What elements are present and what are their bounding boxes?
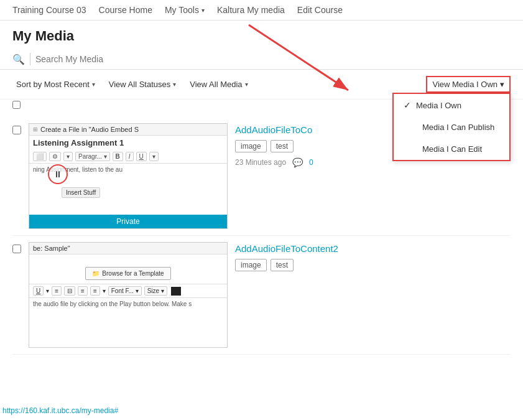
status-chevron-icon: ▾ bbox=[173, 81, 176, 88]
filter-bar: Sort by Most Recent ▾ View All Statuses … bbox=[0, 70, 523, 100]
thumb1-title: ⊞ Create a File in "Audio Embed S bbox=[29, 124, 227, 136]
nav-my-tools-label: My Tools bbox=[165, 5, 199, 15]
media-chevron-icon: ▾ bbox=[245, 81, 248, 88]
toolbar-gear-btn[interactable]: ⚙ bbox=[49, 152, 61, 161]
tag-image-2[interactable]: image bbox=[235, 259, 267, 271]
search-divider bbox=[30, 53, 30, 65]
view-media-chevron-icon: ▾ bbox=[500, 80, 504, 89]
search-icon: 🔍 bbox=[12, 54, 25, 65]
browse-template-btn[interactable]: 📁 Browse for a Template bbox=[85, 267, 170, 280]
nav-edit-course[interactable]: Edit Course bbox=[297, 5, 343, 15]
menu-item-media-i-own[interactable]: ✓ Media I Own bbox=[394, 94, 509, 116]
select-all-checkbox[interactable] bbox=[12, 101, 21, 109]
tb2-underline-btn[interactable]: U bbox=[33, 286, 44, 296]
menu-item-label-2: Media I Can Publish bbox=[422, 123, 494, 132]
media-item-2-checkbox[interactable] bbox=[12, 245, 21, 253]
toolbar-paragr-btn[interactable]: Paragr... ▾ bbox=[75, 152, 110, 161]
browse-btn-label: Browse for a Template bbox=[102, 270, 164, 277]
toolbar-bold-btn[interactable]: B bbox=[113, 152, 123, 161]
media-thumbnail-1: ⊞ Create a File in "Audio Embed S Listen… bbox=[29, 123, 228, 229]
bottom-link[interactable]: https://160.kaf.it.ubc.ca/my-media# bbox=[0, 406, 118, 415]
tb2-list-btn[interactable]: ≡ bbox=[52, 286, 62, 296]
expand-icon: ⊞ bbox=[33, 126, 38, 133]
toolbar-italic-btn[interactable]: I bbox=[126, 152, 134, 161]
media-info-2: AddAudioFileToContent2 image test bbox=[235, 242, 511, 276]
thumb1-status-bar: Private bbox=[29, 215, 227, 228]
status-filter[interactable]: View All Statuses ▾ bbox=[105, 77, 180, 91]
media-item-1-checkbox[interactable] bbox=[12, 126, 21, 134]
nav-kaltura-my-media[interactable]: Kaltura My media bbox=[217, 5, 285, 15]
toolbar-image-btn[interactable]: ⬜ bbox=[33, 152, 47, 161]
view-media-dropdown: View Media I Own ▾ ✓ Media I Own Media I… bbox=[426, 76, 511, 93]
view-media-label: View Media I Own bbox=[432, 80, 498, 89]
view-media-menu: ✓ Media I Own Media I Can Publish Media … bbox=[392, 93, 511, 161]
tag-test-1[interactable]: test bbox=[271, 140, 294, 152]
insert-stuff-label: Insert Stuff bbox=[62, 187, 100, 198]
view-media-trigger[interactable]: View Media I Own ▾ bbox=[426, 76, 511, 93]
tb2-sep1: ▾ bbox=[46, 287, 49, 294]
play-icon: ⏸ bbox=[53, 169, 62, 179]
thumb2-text: the audio file by clicking on the Play b… bbox=[29, 298, 227, 310]
page-title: My Media bbox=[0, 21, 523, 49]
toolbar-underline-btn[interactable]: U bbox=[136, 152, 147, 161]
search-bar: 🔍 bbox=[0, 49, 523, 70]
my-tools-chevron-icon: ▾ bbox=[201, 7, 205, 14]
status-label: View All Statuses bbox=[109, 80, 170, 89]
media-filter[interactable]: View All Media ▾ bbox=[186, 77, 251, 91]
tb2-list2-btn[interactable]: ⊟ bbox=[64, 286, 75, 296]
folder-icon: 📁 bbox=[92, 270, 100, 277]
search-input[interactable] bbox=[35, 54, 222, 64]
media-time-1: 23 Minutes ago bbox=[235, 158, 286, 167]
play-btn-circle[interactable]: ⏸ bbox=[48, 164, 68, 184]
tb2-fontf-btn[interactable]: Font F... ▾ bbox=[108, 286, 142, 296]
thumb2-title-text: be: Sample" bbox=[33, 245, 70, 252]
thumb2-browse-row: 📁 Browse for a Template bbox=[29, 254, 227, 284]
menu-item-media-can-publish[interactable]: Media I Can Publish bbox=[394, 116, 509, 138]
thumb2-toolbar2: U ▾ ≡ ⊟ ≡ ≡ ▾ Font F... ▾ Size ▾ bbox=[29, 284, 227, 298]
thumb1-toolbar: ⏸ ⬜ ⚙ ▾ Paragr... ▾ B I U ▾ bbox=[29, 150, 227, 164]
sort-filter[interactable]: Sort by Most Recent ▾ bbox=[12, 77, 99, 91]
menu-item-media-can-edit[interactable]: Media I Can Edit bbox=[394, 138, 509, 160]
comment-count-1: 0 bbox=[309, 158, 313, 167]
media-tags-2: image test bbox=[235, 259, 511, 271]
nav-training-course[interactable]: Training Course 03 bbox=[12, 5, 86, 15]
media-label: View All Media bbox=[190, 80, 242, 89]
sort-label: Sort by Most Recent bbox=[16, 80, 90, 89]
media-item-2: be: Sample" 📁 Browse for a Template U ▾ … bbox=[12, 236, 511, 355]
tag-image-1[interactable]: image bbox=[235, 140, 267, 152]
media-thumbnail-2: be: Sample" 📁 Browse for a Template U ▾ … bbox=[29, 242, 228, 348]
nav-course-home[interactable]: Course Home bbox=[99, 5, 152, 15]
menu-item-label-1: Media I Own bbox=[416, 101, 461, 110]
tb2-list3-btn[interactable]: ≡ bbox=[78, 286, 88, 296]
top-nav: Training Course 03 Course Home My Tools … bbox=[0, 0, 523, 21]
sort-chevron-icon: ▾ bbox=[92, 81, 95, 88]
thumb1-heading: Listening Assignment 1 bbox=[29, 136, 227, 150]
thumb1-title-text: Create a File in "Audio Embed S bbox=[40, 126, 139, 133]
nav-my-tools[interactable]: My Tools ▾ bbox=[165, 5, 205, 15]
tb2-list4-btn[interactable]: ≡ bbox=[90, 286, 100, 296]
menu-item-label-3: Media I Can Edit bbox=[422, 144, 482, 154]
tag-test-2[interactable]: test bbox=[271, 259, 294, 271]
media-title-2[interactable]: AddAudioFileToContent2 bbox=[235, 243, 511, 254]
tb2-size-btn[interactable]: Size ▾ bbox=[144, 286, 167, 296]
thumb2-title-bar: be: Sample" bbox=[29, 243, 227, 254]
toolbar-more-btn[interactable]: ▾ bbox=[149, 152, 159, 161]
color-box[interactable] bbox=[171, 287, 181, 296]
checkmark-icon: ✓ bbox=[404, 100, 411, 110]
tb2-sep2: ▾ bbox=[103, 287, 106, 294]
toolbar-dropdown-btn[interactable]: ▾ bbox=[63, 152, 73, 161]
comment-icon-1: 💬 bbox=[292, 157, 303, 167]
